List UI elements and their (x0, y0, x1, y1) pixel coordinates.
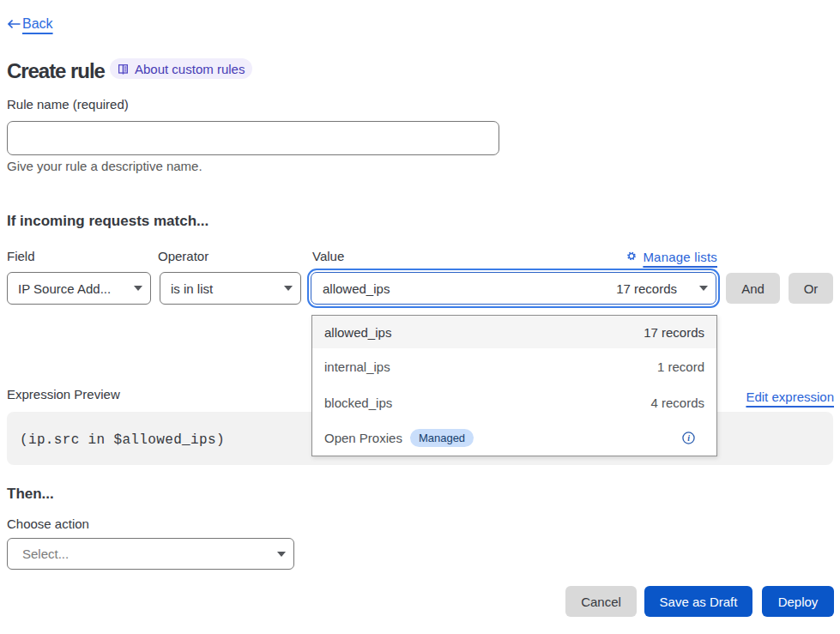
svg-text:i: i (687, 433, 690, 443)
